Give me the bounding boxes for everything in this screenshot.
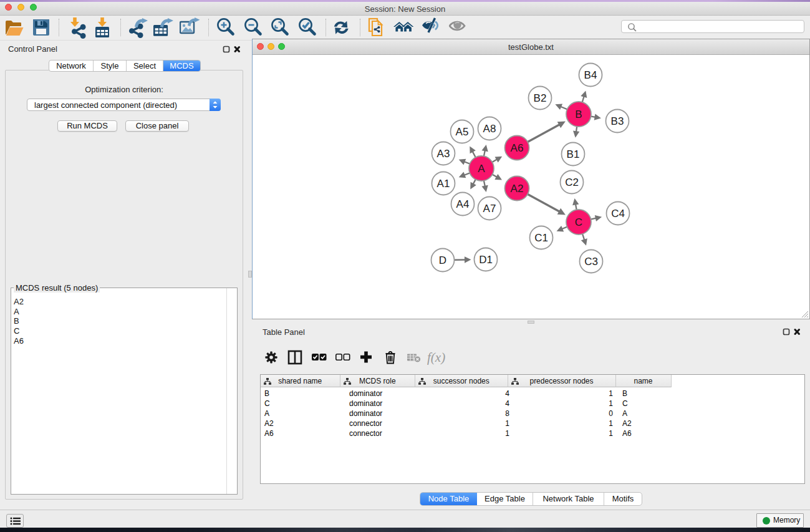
svg-text:C1: C1 bbox=[534, 232, 548, 244]
svg-text:f(x): f(x) bbox=[427, 350, 445, 365]
svg-text:A1: A1 bbox=[437, 178, 450, 190]
svg-text:D: D bbox=[439, 254, 446, 266]
svg-text:A2: A2 bbox=[511, 183, 524, 195]
svg-text:B1: B1 bbox=[567, 148, 580, 160]
svg-text:A6: A6 bbox=[511, 142, 524, 154]
svg-text:A3: A3 bbox=[437, 148, 450, 160]
svg-text:B3: B3 bbox=[611, 115, 624, 127]
svg-text:A: A bbox=[478, 163, 485, 175]
svg-text:D1: D1 bbox=[479, 254, 493, 266]
svg-text:B: B bbox=[575, 109, 582, 120]
svg-text:A4: A4 bbox=[456, 198, 470, 210]
svg-text:C3: C3 bbox=[584, 256, 598, 268]
svg-text:C4: C4 bbox=[611, 208, 625, 220]
svg-text:B4: B4 bbox=[584, 69, 597, 81]
svg-text:B2: B2 bbox=[534, 92, 547, 104]
svg-text:A8: A8 bbox=[483, 123, 496, 135]
svg-text:A7: A7 bbox=[483, 203, 496, 215]
svg-text:C2: C2 bbox=[565, 177, 579, 188]
svg-text:A5: A5 bbox=[456, 126, 469, 138]
svg-text:C: C bbox=[575, 216, 582, 228]
